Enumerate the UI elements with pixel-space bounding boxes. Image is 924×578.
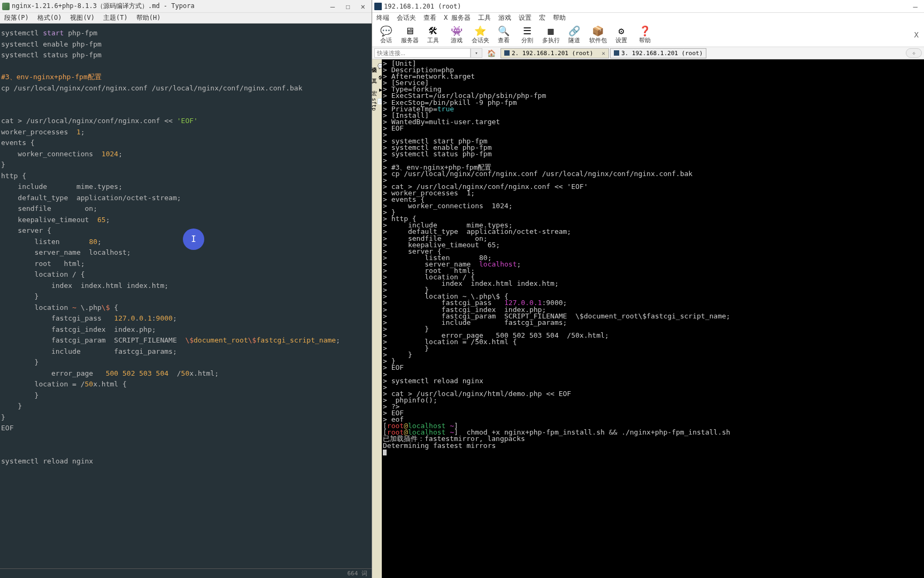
- toolbar-icon: 💬: [380, 25, 392, 36]
- window-title: nginx-1.21.6+php-8.1.3（源码编译方式）.md - Typo…: [12, 2, 330, 11]
- tab-close-icon[interactable]: ✕: [602, 50, 605, 57]
- terminal-titlebar[interactable]: 192.168.1.201 (root) —: [372, 0, 924, 13]
- toolbar-item-工具[interactable]: 🛠工具: [421, 25, 445, 44]
- terminal-window: 192.168.1.201 (root) — 终端会话夹查看X 服务器工具游戏设…: [372, 0, 924, 578]
- tab-icon: [614, 50, 619, 56]
- typora-window: nginx-1.21.6+php-8.1.3（源码编译方式）.md - Typo…: [0, 0, 372, 578]
- toolbar-icon: 👾: [451, 25, 463, 36]
- cursor-highlight-icon: I: [183, 229, 204, 250]
- typora-menubar: 段落(P) 格式(O) 视图(V) 主题(T) 帮助(H): [0, 13, 372, 24]
- terminal-menubar: 终端会话夹查看X 服务器工具游戏设置宏帮助: [372, 13, 924, 22]
- tab-label: 3. 192.168.1.201 (root): [621, 50, 703, 57]
- toolbar-item-设置[interactable]: ⚙设置: [610, 25, 633, 44]
- toolbar-item-会话夹[interactable]: ⭐会话夹: [468, 25, 492, 44]
- toolbar-label: 会话夹: [472, 36, 489, 44]
- toolbar-icon: ⚙: [619, 25, 625, 36]
- terminal-menu-8[interactable]: 帮助: [553, 13, 566, 22]
- toolbar-item-帮助[interactable]: ❓帮助: [633, 25, 657, 44]
- toolbar-label: 游戏: [451, 36, 463, 44]
- app-icon: [2, 3, 10, 10]
- terminal-menu-3[interactable]: X 服务器: [444, 13, 471, 22]
- toolbar-item-查看[interactable]: 🔍查看: [492, 25, 515, 44]
- editor-content[interactable]: systemctl start php-fpm systemctl enable…: [0, 24, 372, 568]
- terminal-app-icon: [374, 3, 382, 10]
- home-button[interactable]: 🏠: [486, 48, 497, 58]
- toolbar-item-游戏[interactable]: 👾游戏: [445, 25, 468, 44]
- toolbar-item-分割[interactable]: ☰分割: [515, 25, 539, 44]
- toolbar-icon: ☰: [523, 25, 532, 36]
- toolbar-item-会话[interactable]: 💬会话: [374, 25, 398, 44]
- terminal-cursor: [383, 450, 387, 455]
- minimize-button[interactable]: —: [330, 2, 335, 11]
- menu-view[interactable]: 视图(V): [70, 13, 95, 22]
- terminal-menu-7[interactable]: 宏: [539, 13, 545, 22]
- toolbar-label: 多执行: [542, 36, 560, 44]
- quick-connect-input[interactable]: [374, 48, 471, 58]
- menu-help[interactable]: 帮助(H): [136, 13, 161, 22]
- toolbar-item-软件包[interactable]: 📦软件包: [586, 25, 610, 44]
- quick-connect-row: ▾ 🏠 2. 192.168.1.201 (root)✕3. 192.168.1…: [372, 47, 924, 59]
- terminal-title: 192.168.1.201 (root): [384, 3, 913, 10]
- toolbar-icon: 🖥: [405, 25, 414, 36]
- terminal-menu-0[interactable]: 终端: [376, 13, 389, 22]
- toolbar-icon: ❓: [639, 25, 651, 36]
- toolbar-icon: ⭐: [474, 25, 486, 36]
- toolbar-close-icon[interactable]: X: [914, 31, 922, 39]
- toolbar-icon: 🔍: [498, 25, 510, 36]
- minimize-button[interactable]: —: [913, 2, 918, 11]
- toolbar-item-多执行[interactable]: ▦多执行: [539, 25, 563, 44]
- toolbar-label: 会话: [380, 36, 392, 44]
- status-bar: 664 词: [0, 568, 372, 578]
- toolbar-label: 隧道: [568, 36, 580, 44]
- menu-format[interactable]: 格式(O): [37, 13, 62, 22]
- toolbar-item-隧道[interactable]: 🔗隧道: [563, 25, 586, 44]
- tab-label: 2. 192.168.1.201 (root): [512, 50, 593, 57]
- toolbar-label: 软件包: [589, 36, 607, 44]
- tab-icon: [504, 50, 510, 56]
- toolbar-label: 查看: [498, 36, 510, 44]
- close-button[interactable]: ✕: [361, 2, 365, 11]
- toolbar-label: 设置: [615, 36, 627, 44]
- toolbar-label: 帮助: [639, 36, 651, 44]
- session-tab-1[interactable]: 3. 192.168.1.201 (root): [610, 48, 706, 58]
- terminal-menu-2[interactable]: 查看: [424, 13, 436, 22]
- add-tab-button[interactable]: ✧: [906, 48, 922, 58]
- menu-theme[interactable]: 主题(T): [103, 13, 128, 22]
- toolbar: 💬会话🖥服务器🛠工具👾游戏⭐会话夹🔍查看☰分割▦多执行🔗隧道📦软件包⚙设置❓帮助…: [372, 22, 924, 47]
- connect-dropdown[interactable]: ▾: [471, 48, 482, 58]
- toolbar-icon: 🔗: [568, 25, 580, 36]
- terminal-menu-6[interactable]: 设置: [519, 13, 532, 22]
- toolbar-label: 工具: [427, 36, 439, 44]
- terminal-menu-5[interactable]: 游戏: [498, 13, 511, 22]
- toolbar-label: 分割: [521, 36, 533, 44]
- typora-titlebar[interactable]: nginx-1.21.6+php-8.1.3（源码编译方式）.md - Typo…: [0, 0, 372, 13]
- side-panel-tabs: 💬 会话夹🛠 工具▶ 宏📄 sftp: [372, 59, 382, 578]
- terminal-menu-4[interactable]: 工具: [478, 13, 491, 22]
- toolbar-label: 服务器: [401, 36, 419, 44]
- terminal-menu-1[interactable]: 会话夹: [397, 13, 416, 22]
- menu-paragraph[interactable]: 段落(P): [4, 13, 29, 22]
- maximize-button[interactable]: ☐: [345, 2, 350, 11]
- toolbar-icon: 📦: [592, 25, 604, 36]
- word-count: 664 词: [348, 569, 368, 577]
- terminal-output[interactable]: > [Unit] > Description=php > After=netwo…: [382, 59, 924, 578]
- toolbar-icon: 🛠: [428, 25, 438, 36]
- toolbar-item-服务器[interactable]: 🖥服务器: [398, 25, 421, 44]
- toolbar-icon: ▦: [548, 25, 554, 36]
- session-tab-0[interactable]: 2. 192.168.1.201 (root)✕: [500, 48, 609, 58]
